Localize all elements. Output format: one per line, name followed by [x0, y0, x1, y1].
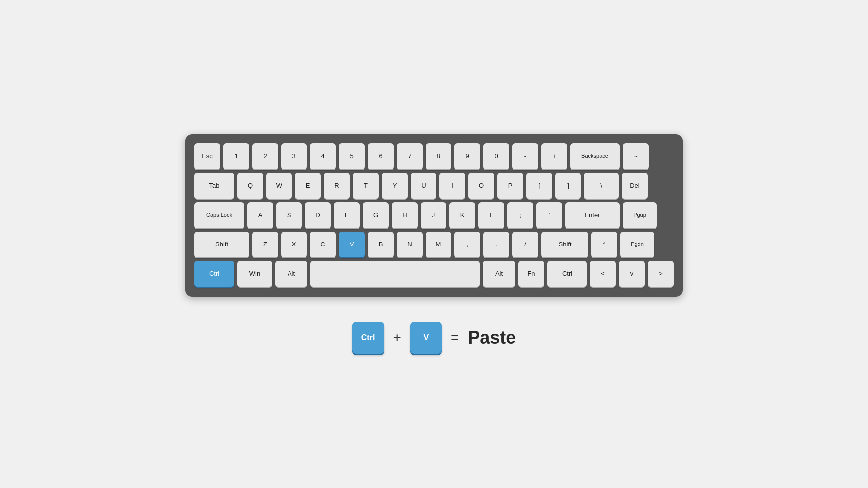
keyboard-wrapper: Esc 1 2 3 4 5 6 7 8 9 0 - + Backspace ~ … — [185, 134, 683, 354]
key-t[interactable]: T — [353, 173, 379, 199]
key-8[interactable]: 8 — [426, 143, 451, 169]
key-minus[interactable]: - — [512, 143, 538, 169]
key-u[interactable]: U — [411, 173, 436, 199]
key-tilde[interactable]: ~ — [623, 143, 649, 169]
key-win[interactable]: Win — [237, 261, 272, 287]
key-bracket-open[interactable]: [ — [526, 173, 552, 199]
key-fn[interactable]: Fn — [518, 261, 544, 287]
key-a[interactable]: A — [247, 202, 273, 228]
key-h[interactable]: H — [392, 202, 418, 228]
key-enter[interactable]: Enter — [565, 202, 620, 228]
key-shift-left[interactable]: Shift — [194, 232, 249, 257]
key-space[interactable] — [310, 261, 480, 287]
key-k[interactable]: K — [449, 202, 475, 228]
key-y[interactable]: Y — [382, 173, 408, 199]
key-2[interactable]: 2 — [252, 143, 278, 169]
key-q[interactable]: Q — [237, 173, 263, 199]
legend-plus-symbol: + — [393, 330, 401, 346]
key-3[interactable]: 3 — [281, 143, 307, 169]
key-g[interactable]: G — [363, 202, 389, 228]
key-comma[interactable]: , — [454, 232, 480, 257]
key-bracket-close[interactable]: ] — [555, 173, 581, 199]
key-w[interactable]: W — [266, 173, 292, 199]
key-f[interactable]: F — [334, 202, 360, 228]
key-quote[interactable]: ' — [536, 202, 562, 228]
key-semicolon[interactable]: ; — [507, 202, 533, 228]
key-alt-right[interactable]: Alt — [483, 261, 515, 287]
row-zxcv: Shift Z X C V B N M , . / Shift ^ Pgdn — [194, 232, 674, 257]
row-asdf: Caps Lock A S D F G H J K L ; ' Enter Pg… — [194, 202, 674, 228]
key-backspace[interactable]: Backspace — [570, 143, 620, 169]
key-pgdn[interactable]: Pgdn — [620, 232, 654, 257]
keyboard: Esc 1 2 3 4 5 6 7 8 9 0 - + Backspace ~ … — [185, 134, 683, 297]
shortcut-legend: Ctrl + V = Paste — [352, 322, 516, 354]
key-slash[interactable]: / — [512, 232, 538, 257]
key-0[interactable]: 0 — [483, 143, 509, 169]
key-n[interactable]: N — [397, 232, 423, 257]
key-v[interactable]: V — [339, 232, 365, 257]
key-l[interactable]: L — [478, 202, 504, 228]
key-m[interactable]: M — [426, 232, 451, 257]
legend-action-label: Paste — [468, 327, 516, 348]
key-b[interactable]: B — [368, 232, 394, 257]
legend-equals-symbol: = — [451, 330, 459, 346]
key-tab[interactable]: Tab — [194, 173, 234, 199]
key-plus[interactable]: + — [541, 143, 567, 169]
key-arrow-down[interactable]: v — [619, 261, 645, 287]
key-del[interactable]: Del — [622, 173, 648, 199]
key-o[interactable]: O — [468, 173, 494, 199]
key-p[interactable]: P — [497, 173, 523, 199]
key-period[interactable]: . — [483, 232, 509, 257]
key-9[interactable]: 9 — [454, 143, 480, 169]
row-bottom: Ctrl Win Alt Alt Fn Ctrl < v > — [194, 261, 674, 287]
row-numbers: Esc 1 2 3 4 5 6 7 8 9 0 - + Backspace ~ — [194, 143, 674, 169]
key-backslash[interactable]: \ — [584, 173, 619, 199]
key-arrow-right[interactable]: > — [648, 261, 674, 287]
key-ctrl-right[interactable]: Ctrl — [547, 261, 587, 287]
key-pgup[interactable]: Pgup — [623, 202, 657, 228]
key-shift-right[interactable]: Shift — [541, 232, 588, 257]
key-e[interactable]: E — [295, 173, 321, 199]
key-s[interactable]: S — [276, 202, 302, 228]
key-arrow-left[interactable]: < — [590, 261, 616, 287]
key-x[interactable]: X — [281, 232, 307, 257]
key-1[interactable]: 1 — [223, 143, 249, 169]
key-ctrl-left[interactable]: Ctrl — [194, 261, 234, 287]
key-4[interactable]: 4 — [310, 143, 336, 169]
key-caret[interactable]: ^ — [591, 232, 617, 257]
key-r[interactable]: R — [324, 173, 350, 199]
key-7[interactable]: 7 — [397, 143, 423, 169]
row-qwerty: Tab Q W E R T Y U I O P [ ] \ Del — [194, 173, 674, 199]
key-esc[interactable]: Esc — [194, 143, 220, 169]
key-j[interactable]: J — [421, 202, 446, 228]
key-d[interactable]: D — [305, 202, 331, 228]
legend-ctrl-key: Ctrl — [352, 322, 384, 354]
legend-v-key: V — [410, 322, 442, 354]
key-6[interactable]: 6 — [368, 143, 394, 169]
key-caps-lock[interactable]: Caps Lock — [194, 202, 244, 228]
key-c[interactable]: C — [310, 232, 336, 257]
key-i[interactable]: I — [439, 173, 465, 199]
key-alt-left[interactable]: Alt — [275, 261, 307, 287]
key-z[interactable]: Z — [252, 232, 278, 257]
key-5[interactable]: 5 — [339, 143, 365, 169]
